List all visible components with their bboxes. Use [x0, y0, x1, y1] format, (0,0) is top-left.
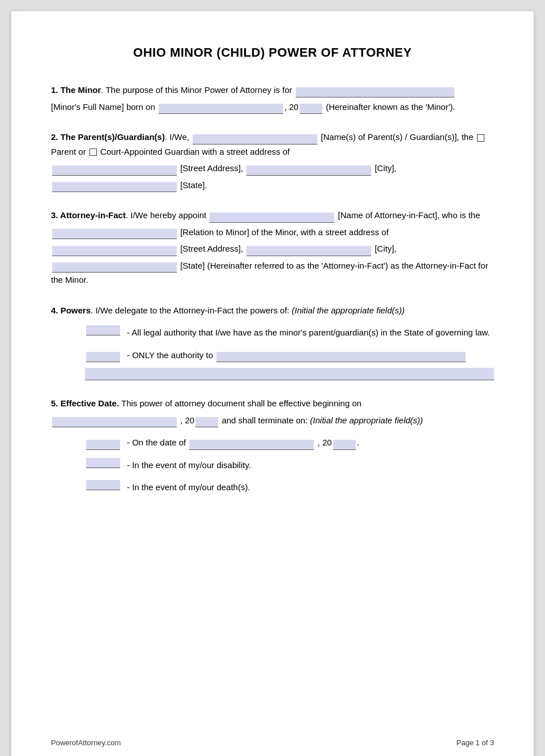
footer-website: PowerofAttorney.com: [51, 738, 121, 747]
section-3: 3. Attorney-in-Fact. I/We hereby appoint…: [51, 208, 494, 287]
footer-page: Page 1 of 3: [457, 738, 495, 747]
term-opt2-initial-field[interactable]: [86, 458, 120, 468]
term-opt1-initial-field[interactable]: [86, 440, 120, 450]
parent-checkbox[interactable]: [477, 134, 484, 142]
atf-relation-field[interactable]: [52, 229, 177, 239]
atf-state-field[interactable]: [52, 262, 177, 273]
power2-block: - ONLY the authority to: [85, 348, 494, 381]
s5-label: 5. Effective Date.: [51, 398, 119, 408]
section-1: 1. The Minor. The purpose of this Minor …: [51, 83, 494, 114]
term-date-field[interactable]: [189, 440, 314, 450]
term-year-field[interactable]: [333, 440, 356, 450]
power1-text: - All legal authority that I/we have as …: [127, 325, 494, 340]
minor-birthdate-field[interactable]: [159, 104, 283, 114]
power2-initial-field[interactable]: [86, 352, 120, 362]
effective-date-field[interactable]: [52, 417, 177, 427]
document-page: OHIO MINOR (CHILD) POWER OF ATTORNEY 1. …: [11, 11, 534, 756]
minor-birth-year-field[interactable]: [300, 104, 322, 114]
guardian-name-field[interactable]: [193, 134, 317, 145]
term-opt2-block: - In the event of my/our disability.: [85, 458, 494, 473]
term-opt2-text: - In the event of my/our disability.: [127, 458, 494, 473]
authority-line-2[interactable]: [85, 368, 494, 380]
term-opt3-text: - In the event of my/our death(s).: [127, 480, 494, 495]
term-opt1-block: - On the date of , 20.: [85, 435, 494, 450]
s4-label: 4. Powers: [51, 305, 91, 315]
power1-initial-field[interactable]: [86, 325, 120, 335]
effective-year-field[interactable]: [195, 417, 218, 427]
power2-text: - ONLY the authority to: [127, 348, 494, 363]
document-title: OHIO MINOR (CHILD) POWER OF ATTORNEY: [51, 45, 494, 60]
footer: PowerofAttorney.com Page 1 of 3: [51, 738, 494, 747]
guardian-state-field[interactable]: [52, 182, 177, 192]
guardian-street-field[interactable]: [52, 165, 177, 176]
section-2: 2. The Parent(s)/Guardian(s). I/We, [Nam…: [51, 130, 494, 192]
term-opt3-initial-field[interactable]: [86, 480, 120, 490]
s3-label: 3. Attorney-in-Fact: [51, 210, 126, 220]
minor-name-field[interactable]: [296, 87, 454, 97]
term-opt1-text: - On the date of , 20.: [127, 435, 494, 450]
atf-city-field[interactable]: [246, 246, 371, 256]
atf-street-field[interactable]: [52, 246, 177, 256]
guardian-checkbox[interactable]: [90, 148, 97, 156]
atf-name-field[interactable]: [210, 213, 334, 223]
section-4: 4. Powers. I/We delegate to the Attorney…: [51, 303, 494, 381]
section-5: 5. Effective Date. This power of attorne…: [51, 396, 494, 495]
guardian-city-field[interactable]: [246, 165, 371, 176]
term-opt3-block: - In the event of my/our death(s).: [85, 480, 494, 495]
s1-label: 1. The Minor: [51, 85, 101, 95]
s2-label: 2. The Parent(s)/Guardian(s): [51, 132, 165, 142]
authority-field[interactable]: [216, 352, 466, 362]
power1-block: - All legal authority that I/we have as …: [85, 325, 494, 340]
